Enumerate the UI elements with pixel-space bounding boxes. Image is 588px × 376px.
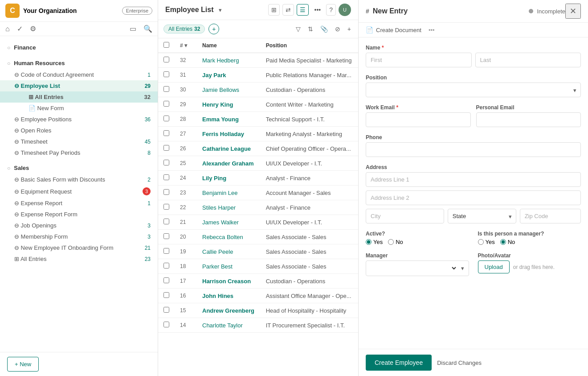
- work-email-input[interactable]: [366, 112, 471, 127]
- manager-yes-label[interactable]: Yes: [478, 239, 495, 245]
- last-name-input[interactable]: [475, 53, 581, 67]
- active-yes-radio[interactable]: [366, 239, 372, 245]
- sidebar-item-it-onboarding[interactable]: ⊖ New Employee IT Onboarding Form 21: [0, 242, 158, 253]
- create-employee-button[interactable]: Create Employee: [366, 355, 432, 371]
- sidebar-item-job-openings[interactable]: ⊖ Job Openings 3: [0, 220, 158, 231]
- manager-select[interactable]: [371, 264, 457, 272]
- new-button[interactable]: + New: [7, 357, 39, 372]
- grid-icon-btn[interactable]: ⊞: [268, 4, 280, 16]
- active-yes-label[interactable]: Yes: [366, 239, 383, 245]
- sort-icon[interactable]: ⇅: [306, 24, 315, 34]
- row-checkbox[interactable]: [163, 322, 169, 327]
- sidebar-item-code-of-conduct[interactable]: ⊖ Code of Conduct Agreement 1: [0, 69, 158, 80]
- employee-name[interactable]: Mark Hedberg: [197, 53, 261, 68]
- share-icon-btn[interactable]: ⇄: [282, 4, 294, 16]
- search-icon[interactable]: 🔍: [143, 25, 152, 33]
- row-checkbox[interactable]: [163, 204, 169, 210]
- row-checkbox[interactable]: [163, 277, 169, 283]
- sidebar-item-open-roles[interactable]: ⊖ Open Roles: [0, 125, 158, 136]
- sidebar-item-new-form[interactable]: 📄 New Form: [0, 103, 158, 114]
- sidebar-item-membership[interactable]: ⊖ Membership Form 3: [0, 231, 158, 242]
- address-line2-input[interactable]: [366, 190, 581, 205]
- settings-icon[interactable]: ⚙: [30, 25, 36, 33]
- employee-name[interactable]: Lily Ping: [197, 171, 261, 186]
- row-checkbox[interactable]: [163, 307, 169, 313]
- more-actions-icon[interactable]: •••: [429, 27, 435, 33]
- manager-dropdown-wrapper[interactable]: ▾: [366, 260, 469, 276]
- row-checkbox[interactable]: [163, 248, 169, 254]
- employee-name[interactable]: Jay Park: [197, 68, 261, 83]
- sidebar-item-basic-sales[interactable]: ⊖ Basic Sales Form with Discounts 2: [0, 174, 158, 185]
- employee-name[interactable]: Andrew Greenberg: [197, 303, 261, 318]
- check-icon[interactable]: ✓: [17, 25, 23, 33]
- manager-yes-radio[interactable]: [478, 239, 484, 245]
- row-checkbox[interactable]: [163, 116, 169, 121]
- personal-email-input[interactable]: [476, 112, 581, 127]
- sidebar-item-all-entries-sub[interactable]: ⊞ All Entries 23: [0, 253, 158, 264]
- filter-icon[interactable]: ▽: [294, 24, 302, 34]
- employee-name[interactable]: Harrison Creason: [197, 274, 261, 289]
- row-checkbox[interactable]: [163, 145, 169, 151]
- zip-input[interactable]: [520, 209, 581, 223]
- employee-name[interactable]: Catharine League: [197, 141, 261, 156]
- layers-icon[interactable]: ⊘: [333, 24, 342, 34]
- row-checkbox[interactable]: [163, 130, 169, 136]
- layout-icon[interactable]: ▭: [130, 25, 136, 33]
- row-checkbox[interactable]: [163, 233, 169, 239]
- manager-no-label[interactable]: No: [500, 239, 515, 245]
- upload-button[interactable]: Upload: [478, 260, 510, 273]
- employee-name[interactable]: Rebecca Bolten: [197, 230, 261, 244]
- employee-name[interactable]: Benjamin Lee: [197, 186, 261, 200]
- sidebar-item-sales[interactable]: ○ Sales: [0, 162, 158, 174]
- sidebar-item-timesheet-pay[interactable]: ⊖ Timesheet Pay Periods 8: [0, 147, 158, 158]
- add-filter-button[interactable]: +: [208, 24, 219, 34]
- employee-name[interactable]: Callie Peele: [197, 244, 261, 259]
- employee-name[interactable]: Jamie Bellows: [197, 83, 261, 97]
- chevron-down-icon[interactable]: ▾: [219, 7, 222, 13]
- row-checkbox[interactable]: [163, 292, 169, 298]
- sidebar-item-employee-list[interactable]: ⊖ Employee List 29: [0, 80, 158, 91]
- phone-input[interactable]: [366, 142, 581, 157]
- state-select[interactable]: State: [448, 209, 516, 223]
- address-line1-input[interactable]: [366, 172, 581, 187]
- sidebar-item-expense-report[interactable]: ⊖ Expense Report 1: [0, 198, 158, 209]
- close-button[interactable]: ✕: [565, 4, 581, 19]
- sidebar-item-all-entries[interactable]: ⊞ All Entries 32: [0, 91, 158, 103]
- sidebar-item-expense-form[interactable]: ⊖ Expense Report Form: [0, 209, 158, 220]
- create-document-button[interactable]: 📄 Create Document: [366, 26, 421, 33]
- discard-changes-button[interactable]: Discard Changes: [437, 359, 482, 366]
- row-checkbox[interactable]: [163, 160, 169, 165]
- row-checkbox[interactable]: [163, 71, 169, 77]
- sidebar-item-timesheet[interactable]: ⊖ Timesheet 45: [0, 136, 158, 147]
- manager-no-radio[interactable]: [500, 239, 506, 245]
- position-select[interactable]: [366, 83, 581, 97]
- row-checkbox[interactable]: [163, 57, 169, 62]
- row-checkbox[interactable]: [163, 189, 169, 195]
- sidebar-item-employee-positions[interactable]: ⊖ Employee Positions 36: [0, 114, 158, 125]
- employee-name[interactable]: Ferris Holladay: [197, 127, 261, 141]
- avatar[interactable]: U: [339, 4, 351, 16]
- all-entries-filter[interactable]: All Entries 32: [163, 25, 205, 33]
- employee-name[interactable]: Henry King: [197, 97, 261, 112]
- row-checkbox[interactable]: [163, 263, 169, 269]
- sidebar-item-finance[interactable]: ○ Finance: [0, 41, 158, 54]
- row-checkbox[interactable]: [163, 101, 169, 107]
- active-no-radio[interactable]: [388, 239, 394, 245]
- help-icon-btn[interactable]: ?: [326, 4, 336, 16]
- list-icon-btn[interactable]: ☰: [297, 4, 309, 16]
- paperclip-icon[interactable]: 📎: [318, 24, 330, 34]
- row-checkbox[interactable]: [163, 219, 169, 224]
- sidebar-item-equipment[interactable]: ⊖ Equipment Request 3: [0, 185, 158, 198]
- row-checkbox[interactable]: [163, 174, 169, 180]
- first-name-input[interactable]: [366, 53, 472, 67]
- employee-name[interactable]: Alexander Graham: [197, 156, 261, 171]
- home-icon[interactable]: ⌂: [5, 25, 10, 33]
- add-row-icon[interactable]: +: [346, 24, 353, 34]
- employee-name[interactable]: Stiles Harper: [197, 200, 261, 215]
- active-no-label[interactable]: No: [388, 239, 403, 245]
- employee-name[interactable]: Charlotte Taylor: [197, 318, 261, 333]
- city-input[interactable]: [366, 209, 444, 223]
- employee-name[interactable]: John Hines: [197, 289, 261, 303]
- more-options-btn[interactable]: •••: [311, 4, 323, 15]
- employee-name[interactable]: Emma Young: [197, 112, 261, 127]
